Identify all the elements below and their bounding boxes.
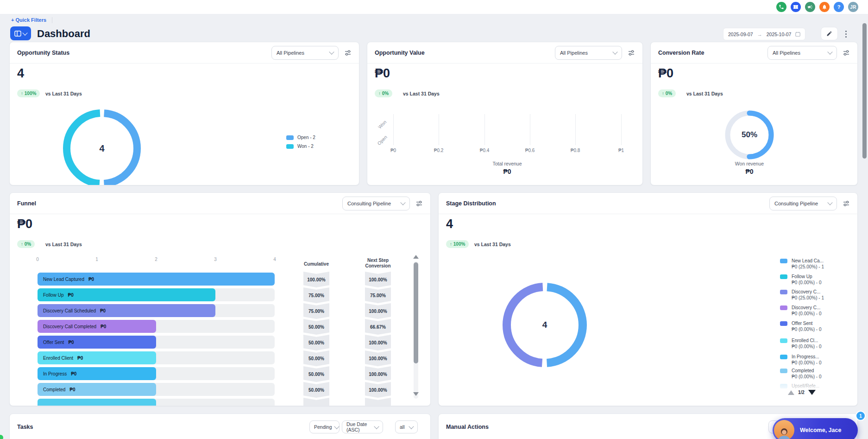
tasks-status-filter[interactable]: Pending (309, 420, 340, 433)
legend-item[interactable]: Offer Sent₱0 (0.00%) - 0 (780, 320, 821, 332)
funnel-bar-track (38, 399, 275, 406)
legend-page-up-icon[interactable] (788, 390, 794, 395)
funnel-scroll-up-icon[interactable] (413, 255, 419, 259)
next-step-badge: 100.00% (365, 366, 391, 382)
dashboard-switcher-button[interactable] (10, 26, 31, 40)
funnel-bar[interactable]: Discovery Call Scheduled₱0 (38, 304, 215, 317)
chat-avatar (774, 420, 794, 439)
legend-swatch (780, 259, 787, 263)
page-scrollbar[interactable] (862, 23, 867, 159)
date-to: 2025-10-07 (767, 32, 792, 37)
cumulative-badge: 75.00% (303, 303, 329, 319)
funnel-stage-amount: ₱0 (88, 277, 94, 282)
card-title: Conversion Rate (658, 50, 704, 56)
help-icon[interactable]: ? (834, 2, 844, 12)
legend-page-down-icon[interactable] (808, 390, 816, 395)
funnel-bar[interactable]: Offer Sent₱0 (38, 336, 156, 349)
chart-gridline (575, 114, 576, 145)
cumulative-badge: 50.00% (303, 382, 329, 398)
legend-item[interactable]: New Lead Ca...₱0 (25.00%) - 1 (780, 258, 824, 270)
chat-widget[interactable]: Welcome, Jace (773, 418, 858, 439)
pipeline-select[interactable]: Consulting Pipeline (769, 197, 837, 210)
quick-filters-link[interactable]: + Quick Filters (11, 17, 46, 23)
more-options-button[interactable] (843, 29, 849, 39)
pipeline-select[interactable]: All Pipelines (767, 46, 837, 60)
stage-compare-label: vs Last 31 Days (474, 242, 511, 247)
date-arrow-icon: → (757, 32, 762, 37)
legend-item[interactable]: In Progress...₱0 (0.00%) - 0 (780, 354, 821, 366)
legend-item[interactable]: Follow Up₱0 (0.00%) - 0 (780, 274, 821, 286)
x-axis-tick: ₱0 (390, 148, 396, 153)
y-axis-label: Open (377, 134, 388, 146)
pipeline-select[interactable]: All Pipelines (555, 46, 622, 60)
x-axis-tick: ₱1 (618, 148, 624, 153)
widget-settings-icon[interactable] (843, 200, 850, 207)
won-revenue-value: ₱0 (745, 168, 753, 175)
pipeline-select-value: All Pipelines (773, 50, 800, 56)
funnel-bar-track: In Progress₱0 (38, 367, 275, 380)
tasks-scope-filter[interactable]: all (395, 420, 418, 433)
widget-settings-icon[interactable] (415, 200, 423, 207)
funnel-stage-label: Completed (43, 387, 65, 392)
cumulative-badge (303, 398, 329, 406)
total-revenue-value: ₱0 (503, 168, 511, 175)
user-avatar[interactable]: JR (848, 2, 858, 12)
legend-item[interactable]: Open - 2 (286, 135, 315, 140)
legend-item[interactable]: Discovery C...₱0 (25.00%) - 1 (780, 289, 824, 301)
card-title: Opportunity Status (17, 50, 69, 56)
legend-item[interactable]: Won - 2 (286, 144, 314, 149)
next-step-badge: 75.00% (365, 287, 391, 303)
widget-settings-icon[interactable] (344, 49, 352, 57)
next-step-column-header: Next StepConversion (365, 258, 390, 269)
funnel-scrollbar[interactable] (414, 262, 418, 363)
legend-swatch (780, 369, 787, 373)
widget-settings-icon[interactable] (628, 49, 635, 57)
card-title: Opportunity Value (375, 50, 425, 56)
funnel-stage-label: In Progress (43, 371, 67, 376)
legend-page-indicator: 1/2 (798, 390, 805, 395)
edit-dashboard-button[interactable] (821, 27, 838, 40)
page-title: Dashboard (37, 28, 90, 40)
cumulative-badge: 50.00% (303, 319, 329, 335)
value-compare-label: vs Last 31 Days (403, 91, 440, 96)
legend-swatch (286, 135, 294, 140)
funnel-stage-label: Offer Sent (43, 340, 64, 345)
funnel-bar[interactable]: Discovery Call Completed₱0 (38, 320, 156, 333)
widget-settings-icon[interactable] (843, 49, 850, 57)
legend-swatch (286, 144, 294, 149)
funnel-axis-tick: 2 (155, 257, 157, 262)
funnel-bar-track: Offer Sent₱0 (38, 336, 275, 349)
funnel-stage-label: Enrolled Client (43, 356, 73, 361)
legend-item[interactable]: Completed₱0 (0.00%) - 0 (780, 368, 821, 380)
tasks-sort-filter[interactable]: Due Date (ASC) (342, 420, 383, 433)
funnel-bar-track: New Lead Captured₱0 (38, 273, 275, 286)
chart-gridline (484, 114, 485, 145)
funnel-stage-amount: ₱0 (77, 356, 83, 361)
card-header: Opportunity Value All Pipelines (367, 42, 642, 64)
funnel-bar[interactable]: New Lead Captured₱0 (38, 273, 275, 286)
total-revenue-label: Total revenue (492, 161, 522, 166)
legend-item[interactable]: Discovery C...₱0 (0.00%) - 0 (780, 305, 821, 317)
funnel-bar[interactable]: Follow Up₱0 (38, 288, 215, 301)
notifications-icon[interactable] (819, 2, 830, 12)
funnel-bar[interactable]: In Progress₱0 (38, 367, 156, 380)
announcements-icon[interactable] (805, 2, 815, 12)
pipeline-select[interactable]: All Pipelines (271, 46, 339, 60)
pipeline-select[interactable]: Consulting Pipeline (342, 197, 410, 210)
rewards-icon[interactable] (791, 2, 801, 12)
pipeline-select-value: All Pipelines (560, 50, 588, 56)
conversion-gauge-center: 50% (742, 130, 757, 140)
funnel-bar[interactable]: Completed₱0 (38, 383, 156, 396)
funnel-bar[interactable] (38, 399, 156, 406)
funnel-axis-tick: 1 (95, 257, 98, 262)
date-range-picker[interactable]: 2025-09-07 → 2025-10-07 (723, 28, 805, 40)
funnel-bar-track: Discovery Call Scheduled₱0 (38, 304, 275, 317)
funnel-scroll-down-icon[interactable] (413, 392, 419, 396)
next-step-badge: 100.00% (365, 335, 391, 350)
pipeline-select-value: Consulting Pipeline (774, 201, 818, 206)
funnel-bar[interactable]: Enrolled Client₱0 (38, 351, 156, 364)
card-header: Conversion Rate All Pipelines (651, 42, 857, 64)
next-step-badge: 100.00% (365, 350, 391, 366)
legend-item[interactable]: Enrolled Cl...₱0 (0.00%) - 0 (780, 337, 821, 350)
phone-icon[interactable] (776, 2, 786, 12)
